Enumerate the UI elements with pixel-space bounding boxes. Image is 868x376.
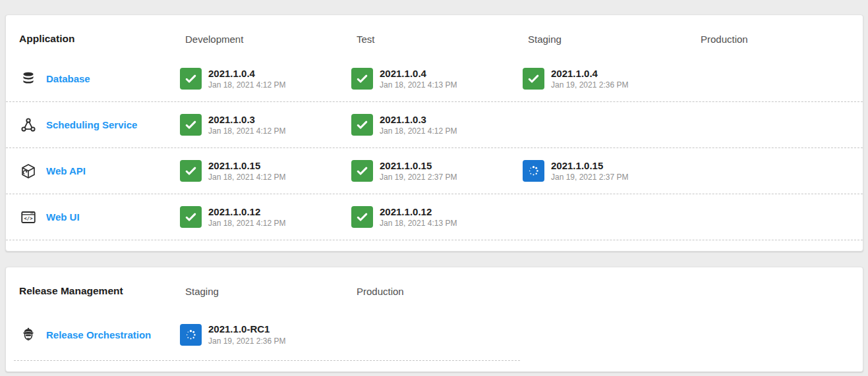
deploy-date: Jan 18, 2021 4:13 PM (380, 80, 457, 90)
deployment-cell: 2021.1.0.3 Jan 18, 2021 4:12 PM (180, 113, 351, 137)
check-icon (184, 210, 198, 224)
deployment-cell: 2021.1.0.4 Jan 18, 2021 4:12 PM (180, 67, 351, 91)
status-badge[interactable] (351, 68, 373, 90)
officer-icon (20, 326, 37, 343)
browser-code-icon: </> (20, 209, 37, 226)
deployment-cell: 2021.1.0.15 Jan 18, 2021 4:12 PM (180, 159, 351, 183)
check-icon (184, 118, 198, 132)
release-management-card: Release Management Staging Production (5, 267, 863, 372)
deploy-date: Jan 18, 2021 4:13 PM (380, 218, 457, 228)
deploy-date: Jan 18, 2021 4:12 PM (208, 218, 285, 228)
cube-sync-icon (20, 163, 37, 180)
spinner-icon (527, 164, 540, 178)
check-icon (355, 164, 369, 178)
webhook-icon (20, 117, 37, 134)
svg-text:</>: </> (24, 215, 33, 221)
status-badge[interactable] (180, 68, 202, 90)
version-label: 2021.1.0.4 (551, 67, 628, 80)
applications-card: Application Development Test Staging Pro… (5, 14, 863, 252)
version-label: 2021.1.0.3 (380, 113, 457, 126)
deployment-cell: 2021.1.0.15 Jan 19, 2021 2:37 PM (523, 159, 695, 183)
deploy-date: Jan 19, 2021 2:37 PM (380, 172, 457, 182)
version-label: 2021.1.0.15 (208, 159, 285, 173)
check-icon (527, 72, 540, 86)
check-icon (355, 210, 369, 224)
table-row-web-ui: </> Web UI 2021.1.0.12 Jan 18, 2021 4:12… (6, 194, 863, 240)
deploy-date: Jan 18, 2021 4:12 PM (208, 80, 285, 90)
deploy-date: Jan 18, 2021 4:12 PM (380, 126, 457, 136)
release-section-title: Release Management (14, 285, 180, 297)
status-badge[interactable] (523, 160, 544, 182)
deployment-cell: 2021.1.0.3 Jan 18, 2021 4:12 PM (351, 113, 523, 137)
table-row-scheduling-service: Scheduling Service 2021.1.0.3 Jan 18, 20… (6, 102, 863, 148)
env-header-production-release: Production (351, 286, 523, 297)
deployment-dashboard: Application Development Test Staging Pro… (5, 14, 863, 372)
table-row-release-orchestration: Release Orchestration 2021.1.0-RC1 Jan 1… (6, 308, 863, 361)
table-row-web-api: Web API 2021.1.0.15 Jan 18, 2021 4:12 PM (6, 148, 863, 194)
check-icon (184, 164, 198, 178)
env-header-staging: Staging (523, 34, 695, 45)
env-header-staging-release: Staging (180, 286, 351, 297)
deployment-cell: 2021.1.0-RC1 Jan 19, 2021 2:36 PM (180, 323, 351, 346)
version-label: 2021.1.0.4 (208, 67, 285, 80)
table-row-database: Database 2021.1.0.4 Jan 18, 2021 4:12 PM (6, 56, 863, 102)
release-header-row: Release Management Staging Production (6, 274, 863, 308)
env-header-development: Development (180, 34, 351, 45)
app-link-web-api[interactable]: Web API (46, 165, 86, 176)
deployment-cell: 2021.1.0.4 Jan 19, 2021 2:36 PM (523, 67, 695, 91)
version-label: 2021.1.0.4 (380, 67, 457, 80)
app-link-release-orchestration[interactable]: Release Orchestration (46, 329, 151, 340)
version-label: 2021.1.0.3 (208, 113, 285, 126)
version-label: 2021.1.0.15 (380, 159, 457, 173)
env-header-test: Test (351, 34, 523, 45)
spinner-icon (184, 328, 198, 342)
deployment-cell: 2021.1.0.12 Jan 18, 2021 4:13 PM (351, 205, 523, 229)
deploy-date: Jan 19, 2021 2:36 PM (551, 80, 628, 90)
env-header-production: Production (695, 34, 863, 45)
version-label: 2021.1.0.12 (208, 205, 285, 219)
status-badge[interactable] (351, 206, 373, 228)
status-badge[interactable] (180, 114, 202, 136)
deployment-cell: 2021.1.0.15 Jan 19, 2021 2:37 PM (351, 159, 523, 183)
status-badge[interactable] (180, 324, 202, 346)
status-badge[interactable] (180, 206, 202, 228)
applications-section-title: Application (14, 33, 180, 45)
database-icon (20, 70, 37, 88)
app-link-database[interactable]: Database (46, 73, 90, 84)
deploy-date: Jan 19, 2021 2:36 PM (208, 336, 285, 346)
check-icon (355, 72, 369, 86)
app-link-web-ui[interactable]: Web UI (46, 211, 80, 223)
app-link-scheduling-service[interactable]: Scheduling Service (46, 119, 137, 130)
check-icon (184, 72, 198, 86)
status-badge[interactable] (180, 160, 202, 182)
deploy-date: Jan 18, 2021 4:12 PM (208, 172, 285, 182)
version-label: 2021.1.0.15 (551, 159, 628, 173)
check-icon (355, 118, 369, 132)
version-label: 2021.1.0-RC1 (208, 323, 285, 336)
version-label: 2021.1.0.12 (380, 205, 457, 219)
deploy-date: Jan 18, 2021 4:12 PM (208, 126, 285, 136)
deployment-cell: 2021.1.0.12 Jan 18, 2021 4:12 PM (180, 205, 351, 229)
status-badge[interactable] (351, 114, 373, 136)
deployment-cell: 2021.1.0.4 Jan 18, 2021 4:13 PM (351, 67, 523, 91)
status-badge[interactable] (351, 160, 373, 182)
applications-header-row: Application Development Test Staging Pro… (6, 22, 863, 56)
status-badge[interactable] (523, 68, 544, 90)
deploy-date: Jan 19, 2021 2:37 PM (551, 172, 628, 182)
